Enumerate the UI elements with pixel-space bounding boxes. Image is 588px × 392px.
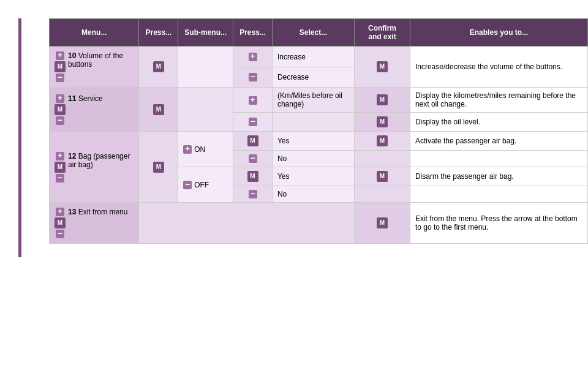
m-btn-confirm-10: M (377, 61, 388, 72)
press-cell-13 (139, 203, 355, 244)
menu-text-13: Exit from menu (78, 208, 128, 216)
off-label: OFF (194, 181, 209, 189)
confirm-cell-12-4 (355, 186, 410, 203)
menu-cell-11: + M − 11 Service (50, 88, 139, 132)
icon-group-11: + M − (55, 94, 66, 125)
submenu-cell-10 (178, 47, 233, 88)
m-btn-confirm-12-3: M (377, 171, 388, 182)
left-accent-bar (18, 18, 21, 257)
col-header-select: Select... (272, 19, 354, 47)
plus-icon-on: + (183, 145, 192, 154)
table-row: + M − 12 Bag (passenger air bag) M + ON (50, 132, 588, 151)
confirm-cell-11-1: M (355, 88, 410, 113)
submenu-cell-12-off: − OFF (178, 167, 233, 203)
table-row: + M − 11 Service M + (Km/Miles before oi… (50, 88, 588, 113)
confirm-cell-11-2: M (355, 113, 410, 132)
minus-icon-off: − (183, 181, 192, 189)
icon-group-13: + M − (55, 208, 66, 238)
m-btn-press-10: M (153, 61, 164, 72)
icon-group-12: + M − (55, 152, 66, 183)
enables-cell-12-4 (410, 186, 587, 203)
plus-icon-12: + (56, 152, 64, 160)
m-btn-confirm-11-1: M (377, 94, 388, 105)
enables-cell-12-2 (410, 151, 587, 167)
confirm-cell-12-2 (355, 151, 410, 167)
menu-text-11: Service (78, 94, 103, 103)
confirm-cell-13: M (355, 203, 410, 244)
submenu-cell-11 (178, 88, 233, 132)
menu-num-11: 11 (68, 94, 76, 103)
m-btn-off-yes: M (247, 171, 258, 182)
enables-cell-12-3: Disarm the passenger air bag. (410, 167, 587, 186)
plus-icon-10-1: + (249, 53, 257, 61)
select-cell-10-2: Decrease (272, 67, 354, 88)
m-btn-press-12: M (153, 162, 164, 173)
press2-cell-11-1: + (233, 88, 273, 113)
m-btn-press-11: M (153, 104, 164, 115)
on-label: ON (194, 145, 205, 154)
press2-cell-12-2: − (233, 151, 273, 167)
minus-icon-12: − (56, 174, 64, 183)
minus-icon-13: − (56, 230, 64, 238)
select-cell-12-4: No (272, 186, 354, 203)
select-cell-10-1: Increase (272, 47, 354, 67)
m-btn-confirm-13: M (377, 217, 388, 228)
col-header-menu: Menu... (50, 19, 139, 47)
confirm-cell-10: M (355, 47, 410, 88)
minus-icon-11-2: − (249, 118, 257, 126)
table-row: + M − 13 Exit from menu M Exit from the … (50, 203, 588, 244)
col-header-press2: Press... (233, 19, 273, 47)
menu-cell-12: + M − 12 Bag (passenger air bag) (50, 132, 139, 203)
col-header-confirm: Confirm and exit (355, 19, 410, 47)
submenu-cell-12-on: + ON (178, 132, 233, 167)
press-cell-12: M (139, 132, 178, 203)
minus-icon-off-no: − (249, 190, 257, 198)
table-row: + M − 10 Volume of the buttons M + Incre… (50, 47, 588, 67)
enables-cell-11-1: Display the kilometres/miles remaining b… (410, 88, 587, 113)
select-cell-12-3: Yes (272, 167, 354, 186)
enables-cell-12-1: Activate the passenger air bag. (410, 132, 587, 151)
plus-icon-11-1: + (249, 96, 257, 105)
m-btn-13: M (55, 217, 66, 228)
select-cell-12-2: No (272, 151, 354, 167)
col-header-submenu: Sub-menu... (178, 19, 233, 47)
enables-cell-13: Exit from the menu. Press the arrow at t… (410, 203, 587, 244)
m-btn-confirm-11-2: M (377, 116, 388, 127)
col-header-enables: Enables you to... (410, 19, 587, 47)
select-cell-11-2 (272, 113, 354, 132)
menu-cell-10: + M − 10 Volume of the buttons (50, 47, 139, 88)
page: Menu... Press... Sub-menu... Press... Se… (0, 0, 588, 262)
m-btn-11: M (55, 104, 66, 115)
press2-cell-11-2: − (233, 113, 273, 132)
press2-cell-12-4: − (233, 186, 273, 203)
select-cell-12-1: Yes (272, 132, 354, 151)
enables-cell-10: Increase/decrease the volume of the butt… (410, 47, 587, 88)
plus-icon-13: + (56, 208, 64, 216)
press2-cell-12-3: M (233, 167, 273, 186)
icon-group-10: + M − (55, 51, 66, 82)
col-header-press1: Press... (139, 19, 178, 47)
minus-icon-10: − (56, 74, 64, 82)
menu-label-10: 10 Volume of the buttons (68, 51, 134, 69)
press2-cell-12-1: M (233, 132, 273, 151)
press2-cell-10-2: − (233, 67, 273, 88)
select-cell-11-1: (Km/Miles before oil change) (272, 88, 354, 113)
menu-cell-13: + M − 13 Exit from menu (50, 203, 139, 244)
minus-icon-10-2: − (249, 73, 257, 81)
minus-icon-on-no: − (249, 154, 257, 163)
plus-icon-10: + (56, 51, 64, 60)
menu-text-10: Volume of the buttons (68, 51, 123, 69)
m-btn-on-yes: M (247, 135, 258, 146)
menu-label-13: 13 Exit from menu (68, 208, 127, 216)
menu-num-12: 12 (68, 152, 76, 160)
minus-icon-11: − (56, 116, 64, 125)
plus-icon-11: + (56, 94, 64, 103)
m-btn-12: M (55, 162, 66, 173)
menu-label-12: 12 Bag (passenger air bag) (68, 152, 134, 169)
menu-num-10: 10 (68, 51, 76, 60)
menu-label-11: 11 Service (68, 94, 103, 103)
confirm-cell-12-1: M (355, 132, 410, 151)
press-cell-10: M (139, 47, 178, 88)
menu-num-13: 13 (68, 208, 76, 216)
menu-table: Menu... Press... Sub-menu... Press... Se… (49, 18, 588, 244)
